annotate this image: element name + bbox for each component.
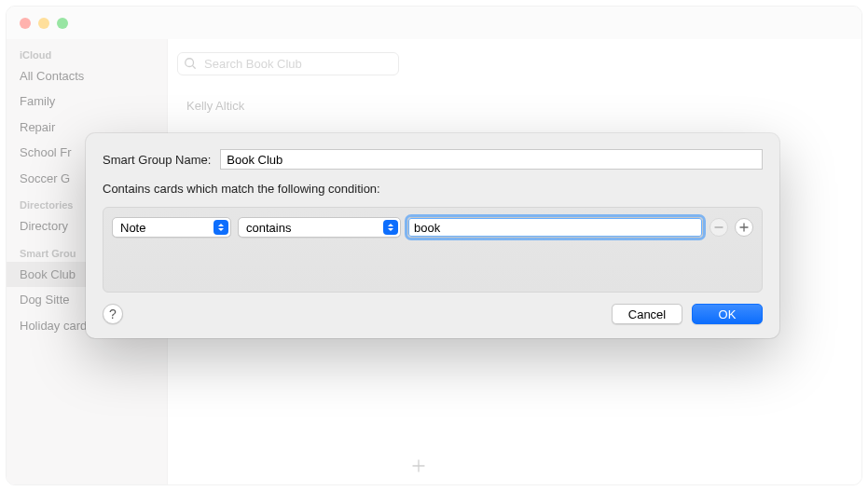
add-contact-button[interactable] [405, 454, 433, 477]
condition-field-value: Note [120, 221, 145, 235]
close-window-button[interactable] [20, 18, 31, 29]
search-icon [184, 57, 197, 70]
remove-condition-button [710, 218, 728, 237]
chevron-updown-icon [383, 220, 398, 235]
plus-icon [739, 223, 749, 232]
plus-icon [412, 459, 425, 472]
condition-value-input[interactable] [407, 217, 703, 238]
sheet-subtitle: Contains cards which match the following… [103, 182, 763, 196]
help-button[interactable]: ? [103, 304, 123, 324]
chevron-updown-icon [214, 220, 228, 235]
search-input[interactable] [177, 52, 399, 75]
zoom-window-button[interactable] [57, 18, 68, 29]
sheet-footer: ? Cancel OK [103, 304, 763, 324]
help-icon: ? [109, 307, 117, 321]
condition-operator-value: contains [246, 221, 291, 235]
window-controls [20, 18, 68, 29]
titlebar [7, 7, 861, 39]
sidebar-item-all-contacts[interactable]: All Contacts [7, 63, 167, 89]
sidebar-header-icloud: iCloud [7, 47, 167, 63]
search-wrap [177, 52, 399, 75]
minus-icon [714, 223, 723, 232]
svg-line-1 [193, 66, 196, 69]
condition-operator-popup[interactable]: contains [238, 217, 401, 238]
ok-button[interactable]: OK [692, 304, 763, 324]
smart-group-sheet: Smart Group Name: Contains cards which m… [86, 133, 779, 338]
sidebar-item-family[interactable]: Family [7, 89, 167, 114]
conditions-zone: Note contains [103, 207, 763, 293]
cancel-button[interactable]: Cancel [612, 304, 682, 324]
add-condition-button[interactable] [735, 218, 753, 237]
smart-group-name-input[interactable] [220, 149, 763, 170]
condition-field-popup[interactable]: Note [112, 217, 231, 238]
condition-row: Note contains [112, 217, 753, 238]
minimize-window-button[interactable] [38, 18, 49, 29]
smart-group-name-label: Smart Group Name: [103, 153, 211, 167]
contact-row-name[interactable]: Kelly Altick [186, 99, 244, 113]
